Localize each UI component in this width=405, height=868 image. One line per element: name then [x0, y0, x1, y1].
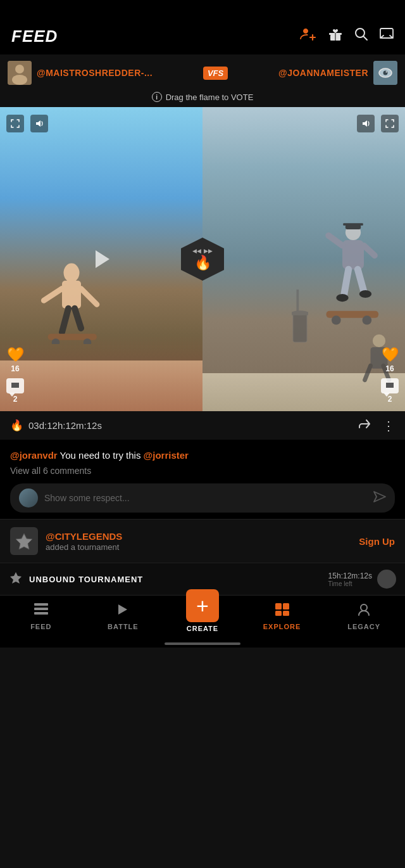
create-plus-button[interactable]: + [186, 589, 219, 622]
trash-can [287, 290, 313, 366]
svg-rect-49 [283, 603, 289, 610]
battle-left-user: @MAISTROSHREDDER-... [8, 61, 153, 85]
banner-timer-info: 15h:12m:12s Time left [328, 571, 372, 587]
right-reactions: 🧡 16 2 [381, 347, 399, 404]
nav-label-explore: EXPLORE [263, 623, 301, 630]
nav-item-legacy[interactable]: LEGACY [345, 603, 383, 630]
svg-rect-25 [342, 240, 364, 269]
svg-point-12 [386, 72, 387, 73]
nav-item-battle[interactable]: BATTLE [104, 603, 142, 630]
nav-item-create[interactable]: + CREATE [186, 601, 219, 632]
app-header: FEED [0, 18, 405, 54]
info-icon: i [152, 92, 162, 102]
volume-icon-left[interactable] [30, 115, 48, 132]
battle-right-user: @JOANNAMEISTER [278, 61, 397, 85]
flame-vote-button[interactable]: ◀◀ ▶▶ 🔥 [180, 236, 225, 282]
battle-icon [116, 603, 130, 620]
share-icon[interactable] [357, 418, 371, 433]
nav-item-feed[interactable]: FEED [22, 603, 60, 630]
svg-line-18 [75, 309, 81, 328]
status-bar [0, 0, 405, 18]
svg-point-34 [363, 316, 372, 325]
svg-rect-47 [34, 612, 48, 615]
svg-point-31 [359, 290, 371, 298]
svg-point-33 [332, 316, 341, 325]
gift-icon[interactable] [328, 27, 343, 45]
bottom-nav: FEED BATTLE + CREATE [0, 595, 405, 639]
vote-hint-bar: i Drag the flame to VOTE [0, 89, 405, 107]
hex-arrows: ◀◀ ▶▶ [192, 248, 213, 254]
svg-line-28 [344, 269, 348, 295]
home-bar [165, 642, 240, 645]
left-avatar-img [8, 61, 32, 85]
hex-shape: ◀◀ ▶▶ 🔥 [181, 238, 224, 281]
svg-rect-51 [283, 611, 289, 616]
right-comment[interactable]: 2 [381, 378, 399, 404]
fullscreen-icon[interactable] [6, 115, 24, 132]
nav-label-feed: FEED [30, 623, 51, 630]
send-icon[interactable] [373, 491, 386, 506]
svg-line-29 [358, 269, 364, 291]
svg-rect-46 [34, 608, 48, 610]
svg-point-52 [361, 604, 367, 611]
nav-label-create: CREATE [187, 625, 218, 632]
right-video-panel[interactable]: 🧡 16 2 [202, 107, 405, 411]
comment-input[interactable]: Show some respect... [44, 493, 367, 503]
timer-flame-icon: 🔥 [10, 419, 23, 432]
battle-actions: ⋮ [357, 418, 395, 433]
nav-label-legacy: LEGACY [347, 623, 380, 630]
nav-item-explore[interactable]: EXPLORE [263, 603, 301, 630]
more-options-icon[interactable]: ⋮ [382, 418, 395, 433]
view-all-comments[interactable]: View all 6 comments [10, 466, 395, 476]
svg-point-7 [15, 65, 24, 73]
commenter-avatar [19, 488, 38, 507]
explore-icon [275, 603, 290, 620]
nav-label-battle: BATTLE [108, 623, 139, 630]
tournament-subtitle: added a tournament [46, 542, 122, 552]
hex-flame-icon: 🔥 [194, 255, 211, 271]
left-video-panel[interactable]: 🧡 16 2 [0, 107, 202, 411]
tournament-banner-icon [9, 571, 23, 588]
volume-icon-right[interactable] [357, 115, 375, 132]
banner-left: UNBOUND TOURNAMENT [9, 571, 143, 588]
comment-box-left [6, 378, 24, 393]
app-title: FEED [11, 27, 58, 46]
svg-point-8 [12, 75, 27, 85]
battle-card: @MAISTROSHREDDER-... VFS @JOANNAMEISTER [0, 54, 405, 440]
svg-point-13 [63, 264, 79, 283]
add-user-icon[interactable] [300, 27, 316, 45]
svg-line-4 [363, 36, 367, 40]
message-icon[interactable] [380, 27, 394, 45]
svg-rect-45 [34, 603, 48, 606]
right-like[interactable]: 🧡 16 [382, 347, 399, 373]
signup-button[interactable]: Sign Up [359, 536, 395, 547]
tournament-username: @CITYLEGENDS [46, 531, 122, 542]
search-icon[interactable] [354, 27, 368, 45]
fullscreen-icon-right[interactable] [381, 115, 399, 132]
main-comment: @joranvdr You need to try this @jorriste… [10, 449, 395, 462]
battle-videos: 🧡 16 2 [0, 107, 405, 411]
left-reactions: 🧡 16 2 [6, 347, 24, 404]
tournament-thumb [10, 527, 38, 555]
left-username: @MAISTROSHREDDER-... [37, 68, 153, 78]
svg-rect-48 [275, 603, 282, 610]
svg-marker-43 [16, 533, 32, 549]
phone-frame: FEED [0, 0, 405, 868]
comment-tagged: @jorrister [144, 450, 189, 461]
tournament-left: @CITYLEGENDS added a tournament [10, 527, 122, 555]
heart-icon-right: 🧡 [382, 347, 399, 363]
battle-timer: 🔥 03d:12h:12m:12s [10, 419, 102, 432]
svg-marker-44 [10, 572, 22, 584]
right-avatar [373, 61, 397, 85]
left-comment[interactable]: 2 [6, 378, 24, 404]
legacy-icon [357, 603, 371, 620]
comments-section: @joranvdr You need to try this @jorriste… [0, 440, 405, 519]
left-avatar [8, 61, 32, 85]
left-like[interactable]: 🧡 16 [6, 347, 24, 373]
right-video-controls [357, 115, 399, 132]
svg-point-30 [336, 294, 348, 302]
play-button-left[interactable] [87, 245, 115, 273]
svg-rect-39 [293, 313, 307, 342]
svg-line-16 [81, 289, 97, 305]
right-username: @JOANNAMEISTER [278, 68, 368, 78]
